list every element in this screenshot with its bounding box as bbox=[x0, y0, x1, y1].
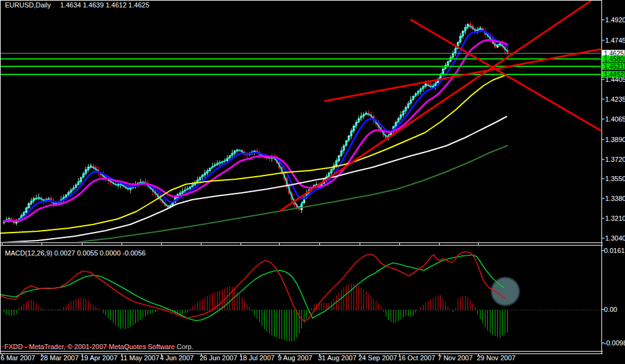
macd-histogram bbox=[4, 284, 508, 342]
level-label: 1.4580 bbox=[604, 55, 624, 63]
macd-indicator-label: MACD(12,26,9) 0.0027 0.0055 0.0000 -0.00… bbox=[5, 249, 146, 257]
price-tick-label: 1.4065 bbox=[605, 115, 625, 123]
slow-magenta-line bbox=[4, 40, 507, 221]
macd-tick-label: 0.0161 bbox=[604, 247, 625, 254]
macd-tick-label: -0.0098 bbox=[604, 339, 625, 347]
date-label: 16 Oct 2007 bbox=[398, 354, 435, 362]
price-tick-label: 1.4745 bbox=[605, 37, 625, 44]
macd-pane[interactable] bbox=[0, 252, 601, 347]
chart-title-ohlc: 1.4634 1.4639 1.4612 1.4625 bbox=[60, 1, 149, 9]
date-label: 29 Nov 2007 bbox=[477, 354, 515, 362]
date-label: 9 Aug 2007 bbox=[278, 354, 312, 362]
date-label: 28 Mar 2007 bbox=[40, 354, 79, 362]
date-label: 24 Sep 2007 bbox=[358, 354, 397, 362]
date-label: 4 Jun 2007 bbox=[160, 354, 193, 362]
mt4-chart-window[interactable]: EURUSD,Daily 1.4634 1.4639 1.4612 1.4625… bbox=[0, 0, 625, 364]
date-label: 6 Mar 2007 bbox=[1, 354, 35, 362]
level-label: 1.4521 bbox=[604, 63, 624, 70]
macd-main-line bbox=[0, 252, 506, 321]
macd-tick-label: 0.00 bbox=[604, 306, 617, 313]
price-tick-label: 1.3890 bbox=[605, 136, 625, 143]
date-label: 18 Jul 2007 bbox=[239, 354, 275, 362]
steep-up-trendline[interactable] bbox=[280, 1, 590, 211]
price-tick-label: 1.4235 bbox=[605, 95, 625, 103]
date-label: 26 Jun 2007 bbox=[200, 354, 237, 362]
price-tick-label: 1.3210 bbox=[605, 215, 625, 222]
price-tick-label: 1.3720 bbox=[605, 156, 625, 163]
fast-cyan-line bbox=[4, 26, 507, 222]
white-ma-line bbox=[0, 117, 507, 242]
chart-canvas[interactable]: EURUSD,Daily 1.4634 1.4639 1.4612 1.4625… bbox=[0, 0, 625, 364]
green-ma-line bbox=[69, 146, 507, 243]
price-axis: 1.49201.47451.44051.42351.40651.38901.37… bbox=[601, 16, 625, 347]
main-price-pane[interactable] bbox=[0, 1, 601, 243]
date-label: 11 May 2007 bbox=[120, 354, 159, 362]
date-label: 19 Apr 2007 bbox=[81, 354, 117, 362]
date-label: 31 Aug 2007 bbox=[318, 354, 357, 362]
chart-title-symbol: EURUSD,Daily bbox=[5, 1, 51, 9]
date-label: 7 Nov 2007 bbox=[438, 354, 472, 362]
price-tick-label: 1.3380 bbox=[605, 195, 625, 202]
price-tick-label: 1.3550 bbox=[605, 175, 625, 182]
price-tick-label: 1.3040 bbox=[605, 234, 625, 242]
level-label: 1.4452 bbox=[604, 71, 624, 78]
price-tick-label: 1.4920 bbox=[605, 16, 625, 24]
